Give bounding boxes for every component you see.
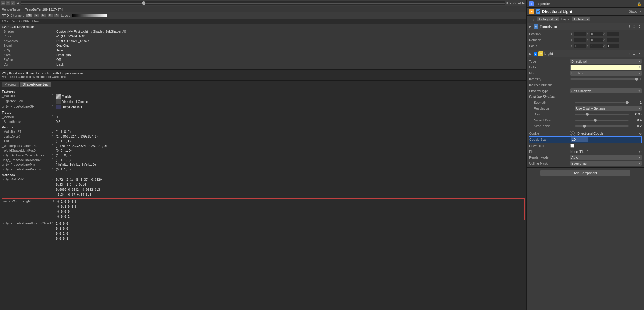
transform-help-btn[interactable]: ? (628, 25, 631, 29)
shadow-type-select[interactable]: Soft Shadows (570, 88, 642, 93)
scale-z-input[interactable] (607, 44, 619, 48)
rotation-y-input[interactable] (590, 38, 603, 42)
tag-select[interactable]: Untagged (537, 17, 559, 21)
light-help-btn[interactable]: ? (628, 52, 631, 56)
channel-r-btn[interactable]: R (34, 14, 39, 17)
keywords-val: DIRECTIONAL_COOKIE (56, 39, 523, 43)
cookie-size-input[interactable] (571, 137, 588, 142)
current-frame: 8 (506, 1, 508, 5)
vector-flag: f (52, 158, 56, 161)
vector-key: _LightColor0 (2, 135, 52, 138)
pass-key: Pass (4, 34, 56, 38)
cull-row: Cull Back (4, 63, 523, 67)
tab-preview[interactable]: Preview (2, 82, 19, 87)
prev-frame-btn[interactable]: ◀ (16, 1, 20, 5)
position-x-input[interactable] (574, 32, 586, 36)
channel-a-btn[interactable]: A (54, 14, 59, 17)
flare-val: None (Flare) ⊙ (570, 150, 642, 154)
scale-y-field: Y (587, 44, 603, 48)
indirect-val: 1 (570, 83, 642, 87)
light-header[interactable]: ▶ ☀ Light ? ⚙ ⋮ (527, 50, 644, 57)
transform-more-btn[interactable]: ⋮ (637, 25, 642, 29)
culling-mask-select[interactable]: Everything (570, 161, 642, 166)
top-bar: — □ ✕ ◀ 8 of 22 ◀ ▶ (0, 0, 526, 6)
shader-val: Custom/My First Lighting Shader, SubShad… (56, 30, 523, 33)
scrubber-thumb[interactable] (142, 1, 145, 5)
transform-settings-btn[interactable]: ⚙ (632, 25, 636, 29)
scale-y-input[interactable] (590, 44, 603, 48)
tab-shader-properties[interactable]: ShaderProperties (20, 82, 51, 87)
channel-all-btn[interactable]: All (26, 14, 32, 17)
frame-scrubber[interactable] (21, 1, 505, 5)
light-more-btn[interactable]: ⋮ (637, 52, 642, 56)
position-row: Position X Y Z (529, 31, 642, 37)
light-active-checkbox[interactable] (534, 52, 537, 56)
matrix-row-1: 0 0.1 0 0.5 (57, 205, 523, 209)
position-z-input[interactable] (607, 32, 619, 36)
mode-select[interactable]: Realtime (570, 71, 642, 76)
resolution-select[interactable]: Use Quality Settings (575, 106, 642, 111)
nav-left[interactable]: ◀ (518, 1, 521, 5)
matrix-first-row: unity_ProbeVolumeWorldToObject f 1 0 0 0 (2, 221, 525, 226)
color-swatch[interactable] (570, 65, 642, 70)
type-select[interactable]: Directional (570, 59, 642, 64)
layer-select[interactable]: Default (572, 17, 590, 21)
zwrite-val: Off (56, 58, 523, 61)
type-label: Type (529, 60, 570, 63)
matrix-sub-row: 0 0 0 1 (3, 214, 523, 219)
close-btn[interactable]: ✕ (11, 1, 15, 5)
light-settings-btn[interactable]: ⚙ (632, 52, 636, 56)
levels-bar[interactable] (72, 14, 107, 17)
float-val: 0 (56, 115, 525, 119)
flare-target-icon[interactable]: ⊙ (639, 150, 642, 154)
matrix-first-row: unity_MatrixVP v 0.72 -2.1e-05 0.37 -0.0… (2, 177, 525, 182)
lock-icon[interactable]: 🔒 (637, 2, 642, 6)
rotation-z-field: Z (603, 38, 619, 42)
vector-key: unity_ProbeVolumeParams (2, 167, 52, 171)
vector-key: _MainTex_ST (2, 130, 52, 133)
float-flag: f (52, 115, 56, 118)
keywords-row: Keywords DIRECTIONAL_COOKIE (4, 39, 523, 44)
vector-val: (1, 1, 0, 0) (56, 130, 525, 133)
vector-key: unity_ProbeVolumeSizeInv (2, 158, 52, 162)
ztest-key: ZTest (4, 53, 56, 57)
ztest-row: ZTest LessEqual (4, 53, 523, 58)
add-component-button[interactable]: Add Component (540, 170, 630, 176)
content-scroll[interactable]: Textures _MainTex f Marble _LightTexture… (0, 87, 526, 310)
matrices-list: unity_MatrixVP v 0.72 -2.1e-05 0.37 -0.0… (2, 177, 525, 241)
transform-header[interactable]: ▶ ⊞ Transform ? ⚙ ⋮ (527, 23, 644, 30)
resolution-label: Resolution (534, 107, 575, 110)
zwrite-row: ZWrite Off (4, 58, 523, 63)
vector-flag: f (52, 149, 56, 152)
texture-flag: f (52, 99, 56, 103)
rotation-z-input[interactable] (607, 38, 619, 42)
blend-key: Blend (4, 44, 56, 47)
minimize-btn[interactable]: — (1, 1, 5, 5)
tabs-row: Preview ShaderProperties (0, 81, 526, 87)
scale-x-input[interactable] (574, 44, 586, 48)
vector-val: (1.176143, 2.378824, -2.257921, 0) (56, 144, 525, 148)
zclip-key: ZClip (4, 48, 56, 52)
flare-row: Flare None (Flare) ⊙ (529, 149, 642, 155)
intensity-number: 1 (640, 77, 642, 81)
position-label: Position (529, 32, 570, 36)
nav-right[interactable]: ▶ (522, 1, 525, 5)
bias-row: Bias 0.05 (529, 111, 642, 117)
cookie-target-icon[interactable]: ⊙ (639, 132, 642, 135)
object-active-checkbox[interactable] (536, 9, 540, 14)
render-mode-select[interactable]: Auto (570, 155, 642, 160)
inspector-scroll[interactable]: ☀ Directional Light Static ▼ Tag Untagge… (527, 8, 644, 310)
maximize-btn[interactable]: □ (6, 1, 10, 5)
scale-label: Scale (529, 44, 570, 48)
normal-bias-row: Normal Bias 0.4 (529, 117, 642, 123)
rotation-x-input[interactable] (574, 38, 586, 42)
static-dropdown-arrow[interactable]: ▼ (639, 10, 642, 13)
transform-title: Transform (540, 24, 627, 29)
vector-list-item: _LightColor0 f (1, 0.9568627, 0.8392157,… (2, 134, 525, 139)
channel-b-btn[interactable]: B (48, 14, 53, 17)
light-component: ▶ ☀ Light ? ⚙ ⋮ Type Directional (527, 50, 644, 168)
position-y-input[interactable] (590, 32, 603, 36)
position-x-field: X (570, 32, 586, 36)
draw-halo-checkbox[interactable] (570, 144, 574, 148)
channel-g-btn[interactable]: G (41, 14, 46, 17)
